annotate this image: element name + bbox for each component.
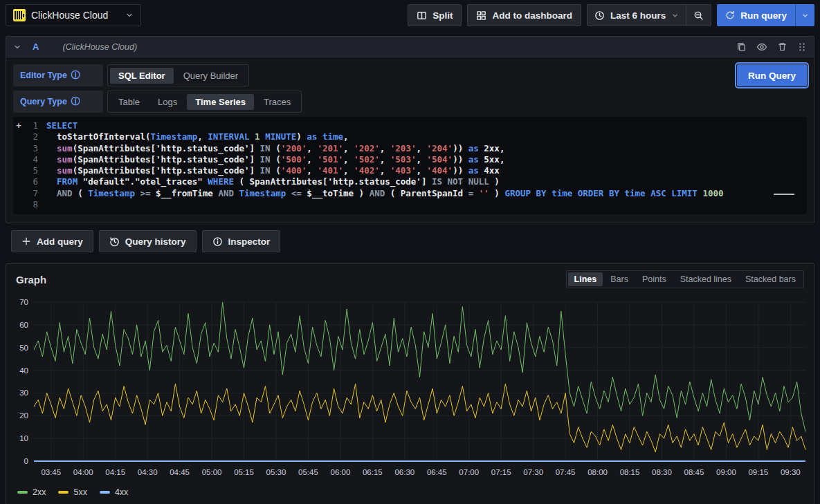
datasource-name: ClickHouse Cloud	[31, 10, 120, 21]
chevron-down-icon	[671, 12, 679, 19]
sql-line-4[interactable]: 4 sum(SpanAttributes['http.status_code']…	[13, 154, 807, 165]
sql-line-1[interactable]: +1SELECT	[13, 120, 807, 131]
x-tick-label: 06:15	[363, 468, 383, 476]
split-button[interactable]: Split	[408, 4, 462, 26]
legend-label: 4xx	[115, 487, 128, 497]
collapse-chevron-icon[interactable]	[13, 43, 21, 51]
x-tick-label: 04:45	[170, 468, 190, 476]
query-type-option-traces[interactable]: Traces	[255, 94, 299, 110]
time-picker-group: Last 6 hours	[587, 4, 711, 26]
x-tick-label: 09:15	[748, 468, 768, 476]
trash-icon[interactable]	[777, 41, 787, 52]
graph-style-option-points[interactable]: Points	[636, 272, 673, 286]
run-query-button[interactable]: Run query	[717, 4, 795, 26]
graph-style-option-stacked-bars[interactable]: Stacked bars	[739, 272, 802, 286]
sql-line-7[interactable]: 7 AND ( Timestamp >= $__fromTime AND Tim…	[13, 188, 807, 199]
query-type-option-table[interactable]: Table	[110, 94, 148, 110]
y-tick-label: 50	[19, 344, 28, 352]
sql-line-8[interactable]: 8	[13, 199, 807, 210]
y-tick-label: 40	[19, 366, 28, 375]
series-line-5xx[interactable]	[34, 384, 805, 453]
editor-type-field-label: Editor Type ⓘ	[13, 64, 103, 86]
line-number: 7	[13, 188, 46, 199]
line-number: 3	[13, 143, 46, 154]
zoom-out-time-button[interactable]	[686, 5, 711, 26]
top-bar: ClickHouse Cloud Split Add to dashboard …	[0, 0, 820, 30]
x-tick-label: 05:45	[298, 468, 318, 476]
line-number: 5	[13, 165, 46, 176]
sql-code-editor[interactable]: +1SELECT2 toStartOfInterval(Timestamp, I…	[13, 117, 807, 214]
explore-actions: Add query Query history Inspector	[11, 230, 809, 252]
legend-item-2xx[interactable]: 2xx	[17, 487, 46, 497]
graph-style-option-lines[interactable]: Lines	[568, 272, 603, 286]
info-circle-icon[interactable]: ⓘ	[71, 69, 80, 82]
sql-line-5[interactable]: 5 sum(SpanAttributes['http.status_code']…	[13, 165, 807, 176]
clock-icon	[594, 10, 605, 21]
editor-type-option-sql-editor[interactable]: SQL Editor	[110, 68, 174, 84]
history-icon	[109, 236, 120, 247]
info-circle-icon	[212, 236, 223, 247]
x-tick-label: 06:30	[394, 468, 414, 476]
add-query-label: Add query	[37, 236, 83, 247]
query-row-header[interactable]: A (ClickHouse Cloud)	[6, 37, 814, 57]
x-tick-label: 04:00	[73, 468, 93, 476]
y-tick-label: 10	[19, 435, 28, 443]
run-query-editor-button[interactable]: Run Query	[737, 64, 807, 86]
editor-type-label-text: Editor Type	[20, 71, 67, 80]
eye-icon[interactable]	[756, 41, 767, 53]
editor-type-option-query-builder[interactable]: Query Builder	[175, 68, 246, 84]
sql-line-3[interactable]: 3 sum(SpanAttributes['http.status_code']…	[13, 143, 807, 154]
query-type-option-logs[interactable]: Logs	[149, 94, 185, 110]
y-tick-label: 0	[24, 457, 28, 465]
zoom-out-icon	[693, 10, 704, 21]
query-history-button[interactable]: Query history	[99, 230, 197, 252]
datasource-picker[interactable]: ClickHouse Cloud	[6, 4, 141, 26]
chart-legend: 2xx5xx4xx	[6, 486, 814, 504]
legend-item-4xx[interactable]: 4xx	[100, 487, 128, 497]
add-query-button[interactable]: Add query	[11, 230, 93, 252]
text-cursor	[774, 194, 794, 195]
series-line-2xx[interactable]	[34, 302, 805, 431]
graph-style-option-bars[interactable]: Bars	[604, 272, 635, 286]
split-panes-icon	[417, 10, 427, 21]
time-range-button[interactable]: Last 6 hours	[587, 5, 686, 26]
inspector-button[interactable]: Inspector	[202, 230, 281, 252]
y-tick-label: 70	[19, 298, 28, 306]
x-tick-label: 05:15	[234, 468, 254, 476]
legend-swatch	[17, 491, 28, 494]
plus-icon	[21, 236, 31, 246]
chevron-down-icon	[801, 12, 809, 19]
graph-style-option-stacked-lines[interactable]: Stacked lines	[674, 272, 738, 286]
x-tick-label: 08:30	[652, 468, 672, 476]
add-to-dashboard-button[interactable]: Add to dashboard	[467, 4, 581, 26]
query-type-radiogroup: TableLogsTime SeriesTraces	[107, 91, 302, 113]
info-circle-icon[interactable]: ⓘ	[71, 95, 80, 108]
line-number: 4	[13, 154, 46, 165]
x-tick-label: 04:30	[138, 468, 158, 476]
drag-handle-icon[interactable]	[797, 42, 807, 52]
x-tick-label: 07:30	[523, 468, 543, 476]
query-type-label-text: Query Type	[20, 97, 67, 106]
chart-canvas[interactable]: 01020304050607003:4504:0004:1504:3004:45…	[9, 292, 812, 483]
x-tick-label: 07:45	[556, 468, 576, 476]
x-tick-label: 08:45	[684, 468, 704, 476]
query-type-option-time-series[interactable]: Time Series	[187, 94, 254, 110]
time-series-chart[interactable]: 01020304050607003:4504:0004:1504:3004:45…	[6, 291, 814, 486]
x-tick-label: 05:00	[202, 468, 222, 476]
sql-line-6[interactable]: 6 FROM "default"."otel_traces" WHERE ( S…	[13, 176, 807, 187]
x-tick-label: 03:45	[41, 468, 61, 476]
x-tick-label: 04:15	[105, 468, 125, 476]
y-tick-label: 60	[19, 321, 28, 329]
y-tick-label: 30	[19, 389, 28, 398]
x-tick-label: 07:00	[459, 468, 479, 476]
copy-icon[interactable]	[736, 41, 747, 52]
legend-item-5xx[interactable]: 5xx	[58, 487, 86, 497]
x-tick-label: 09:00	[716, 468, 736, 476]
sql-line-2[interactable]: 2 toStartOfInterval(Timestamp, INTERVAL …	[13, 131, 807, 142]
x-tick-label: 06:45	[427, 468, 447, 476]
x-tick-label: 05:30	[266, 468, 286, 476]
run-query-dropdown[interactable]	[796, 4, 814, 26]
line-number: +1	[13, 120, 46, 131]
x-tick-label: 09:30	[781, 468, 801, 476]
query-editor-panel: A (ClickHouse Cloud) Run Query Editor Ty…	[6, 36, 814, 223]
